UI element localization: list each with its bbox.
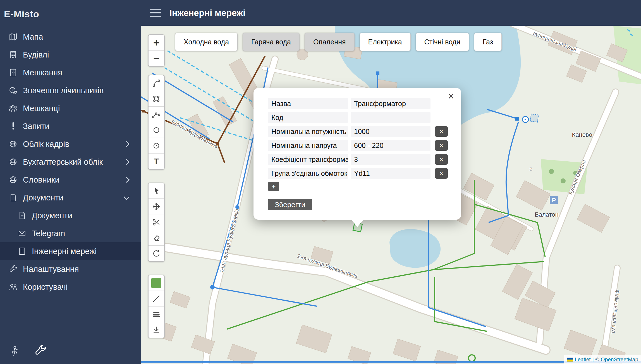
field-label-code[interactable]: Код	[268, 112, 348, 123]
sidebar-item-dwellings[interactable]: Мешкання	[0, 64, 141, 82]
sidebar-item-meter-values[interactable]: Значення лічильників	[0, 82, 141, 99]
draw-polygon-button[interactable]	[149, 91, 164, 107]
draw-circle-button[interactable]	[149, 122, 164, 138]
residents-icon	[8, 104, 18, 113]
sidebar-item-label: Користувачі	[23, 282, 68, 292]
remove-field-button[interactable]: ×	[435, 154, 448, 165]
draw-circlemarker-button[interactable]	[149, 138, 164, 154]
close-icon[interactable]: ×	[448, 91, 454, 101]
field-label-nominal-power[interactable]: Номінальна потужність	[268, 126, 348, 137]
accessibility-button[interactable]	[9, 346, 20, 358]
openstreetmap-link[interactable]: © OpenStreetMap	[595, 356, 638, 363]
diagonal-line-icon	[152, 294, 161, 303]
layer-button-gas[interactable]: Газ	[474, 33, 502, 51]
sidebar-footer	[0, 339, 141, 364]
field-label-transform-ratio[interactable]: Коефіцієнт трансформації	[268, 154, 348, 165]
selected-feature-marker[interactable]	[530, 114, 538, 122]
sidebar-item-label: Запити	[23, 122, 49, 131]
envelope-icon	[17, 229, 27, 238]
field-label-name[interactable]: Назва	[268, 98, 348, 109]
door-icon	[8, 68, 18, 77]
layer-button-cold-water[interactable]: Холодна вода	[175, 33, 238, 51]
remove-field-button[interactable]: ×	[435, 126, 448, 137]
hamburger-menu-icon[interactable]	[150, 9, 161, 17]
remove-field-button[interactable]: ×	[435, 140, 448, 151]
blue-node-marker[interactable]	[515, 117, 519, 121]
sidebar-item-label: Мешкання	[23, 68, 62, 77]
draw-linestring-button[interactable]	[149, 107, 164, 122]
line-weight-icon	[152, 310, 161, 319]
field-row: Назва Трансформатор	[268, 98, 450, 109]
draw-text-button[interactable]: T	[149, 154, 164, 169]
sidebar-item-label: Налаштування	[23, 265, 79, 274]
sidebar-item-label: Бухгалтерський облік	[23, 157, 103, 167]
sidebar-item-hr[interactable]: Облік кадрів	[0, 135, 141, 153]
cut-button[interactable]	[149, 214, 164, 230]
users-icon	[8, 282, 18, 292]
sidebar-item-documents[interactable]: Документи	[0, 189, 141, 207]
field-row: Група з'єднань обмоток Yd11 ×	[268, 168, 450, 179]
eraser-icon	[152, 233, 161, 243]
field-value-nominal-power[interactable]: 1000	[351, 126, 430, 137]
field-value-nominal-voltage[interactable]: 600 - 220	[351, 140, 430, 151]
line-weight-button[interactable]	[149, 306, 164, 322]
map-canvas[interactable]: P вулиця Будівельників 1-ша вулиця Будів…	[141, 26, 641, 364]
circle-icon	[152, 125, 161, 135]
sidebar-item-label: Інженерні мережі	[32, 247, 97, 256]
sidebar-item-documents-child[interactable]: Документи	[0, 207, 141, 224]
main-panel: Інженерні мережі	[141, 0, 641, 364]
brand-logo: E-Misto	[0, 0, 141, 28]
sidebar-item-accounting[interactable]: Бухгалтерський облік	[0, 153, 141, 171]
zoom-in-button[interactable]: +	[149, 35, 164, 51]
layer-button-electricity[interactable]: Електрика	[360, 33, 411, 51]
circle-marker-icon	[152, 141, 161, 150]
sidebar-item-label: Документи	[32, 211, 72, 220]
add-field-button[interactable]: +	[268, 182, 279, 191]
sidebar-item-users[interactable]: Користувачі	[0, 278, 141, 296]
erase-button[interactable]	[149, 230, 164, 246]
field-label-nominal-voltage[interactable]: Номінальна напруга	[268, 140, 348, 151]
sidebar: E-Misto Мапа Будівлі Мешкання Значення л…	[0, 0, 141, 364]
download-button[interactable]	[149, 322, 164, 338]
remove-field-button[interactable]: ×	[435, 168, 448, 179]
text-tool-icon: T	[154, 157, 159, 166]
field-value-code[interactable]	[351, 112, 430, 123]
sidebar-item-buildings[interactable]: Будівлі	[0, 46, 141, 64]
sidebar-item-telegram[interactable]: Telegram	[0, 224, 141, 242]
save-button[interactable]: Зберегти	[268, 199, 312, 210]
sidebar-item-label: Telegram	[32, 229, 65, 238]
sidebar-item-label: Документи	[23, 193, 63, 202]
place-label: Балатон	[535, 211, 558, 218]
tools-button[interactable]	[34, 344, 47, 358]
rotate-button[interactable]	[149, 246, 164, 261]
parking-label: P	[552, 197, 556, 204]
globe-icon	[8, 175, 18, 185]
sidebar-item-engineering-networks[interactable]: Інженерні мережі	[0, 242, 141, 260]
sidebar-item-map[interactable]: Мапа	[0, 28, 141, 46]
chevron-right-icon	[124, 159, 130, 165]
app-root: E-Misto Мапа Будівлі Мешкання Значення л…	[0, 0, 641, 364]
sidebar-item-residents[interactable]: Мешканці	[0, 99, 141, 117]
field-value-transform-ratio[interactable]: 3	[351, 154, 430, 165]
layer-button-heating[interactable]: Опалення	[305, 33, 355, 51]
building-icon	[8, 50, 18, 59]
layer-button-hot-water[interactable]: Гаряча вода	[243, 33, 300, 51]
select-button[interactable]	[149, 183, 164, 199]
layer-button-sewage[interactable]: Стічні води	[416, 33, 469, 51]
line-style-button[interactable]	[149, 291, 164, 306]
field-value-name[interactable]: Трансформатор	[351, 98, 430, 109]
zoom-out-button[interactable]: −	[149, 51, 164, 66]
globe-icon	[8, 139, 18, 149]
globe-icon	[8, 157, 18, 167]
draw-toolbar: T	[148, 75, 165, 170]
sidebar-item-requests[interactable]: Запити	[0, 117, 141, 135]
leaflet-link[interactable]: Leaflet	[575, 356, 591, 363]
field-value-winding-group[interactable]: Yd11	[351, 168, 430, 179]
sidebar-item-settings[interactable]: Налаштування	[0, 260, 141, 278]
draw-polyline-button[interactable]	[149, 75, 164, 91]
move-button[interactable]	[149, 199, 164, 214]
color-swatch-button[interactable]	[149, 275, 164, 291]
field-label-winding-group[interactable]: Група з'єднань обмоток	[268, 168, 348, 179]
sidebar-item-dictionaries[interactable]: Словники	[0, 171, 141, 189]
place-label: Канево	[572, 131, 592, 138]
